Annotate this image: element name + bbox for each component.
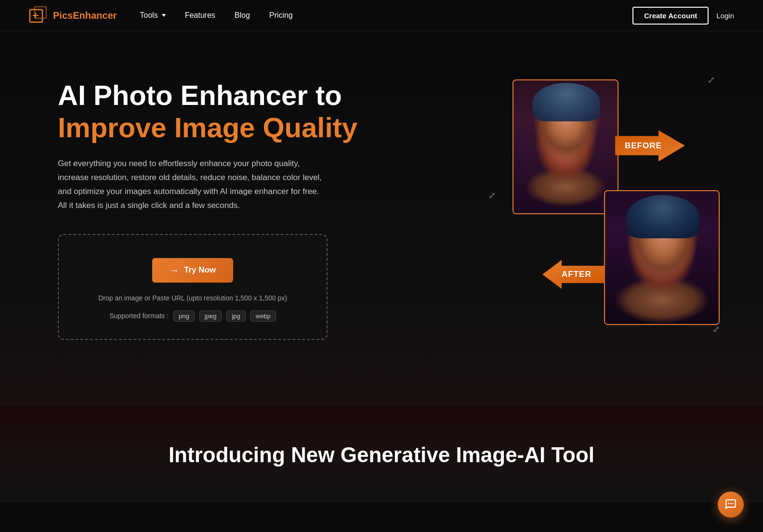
after-arrow-icon: AFTER: [542, 260, 605, 289]
formats-label: Supported formats :: [109, 312, 169, 320]
expand-icon-left-mid: ⤢: [488, 190, 496, 201]
after-image: [605, 191, 719, 324]
nav-features-label: Features: [185, 11, 215, 19]
drop-text: Drop an image or Paste URL (upto resolut…: [78, 294, 307, 302]
nav-blog-link[interactable]: Blog: [235, 11, 250, 19]
tools-chevron-icon: [162, 14, 166, 17]
logo-text: PicsEnhancer: [53, 10, 117, 21]
before-after-visual: ⤢ ⤢ ⤢ BEFORE: [503, 79, 724, 330]
nav-pricing-label: Pricing: [269, 11, 293, 19]
bottom-section: Introducing New Generative Image-AI Tool: [0, 407, 763, 503]
format-jpg: jpg: [226, 311, 245, 322]
logo-text-normal: Pics: [53, 10, 73, 21]
svg-text:AFTER: AFTER: [562, 270, 592, 279]
formats-line: Supported formats : png jpeg jpg webp: [78, 311, 307, 322]
hero-subtitle: Get everything you need to effortlessly …: [58, 157, 328, 213]
hero-section: AI Photo Enhancer to Improve Image Quali…: [0, 31, 763, 407]
logo-text-accent: Enhancer: [73, 10, 117, 21]
format-webp: webp: [250, 311, 276, 322]
hero-title: AI Photo Enhancer to Improve Image Quali…: [58, 79, 357, 143]
hero-content: AI Photo Enhancer to Improve Image Quali…: [58, 70, 357, 340]
before-image: [513, 80, 618, 213]
hero-title-orange: Improve Image Quality: [58, 112, 357, 143]
before-image-card: BEFORE: [513, 79, 618, 214]
navbar: PicsEnhancer Tools Features Blog Pricing…: [0, 0, 763, 31]
nav-tools-link[interactable]: Tools: [140, 11, 165, 20]
hero-title-line1: AI Photo Enhancer to: [58, 79, 342, 111]
expand-icon-bottom-right: ⤢: [712, 324, 720, 335]
expand-icon-top-right: ⤢: [708, 75, 715, 85]
arrow-right-icon: →: [170, 265, 179, 276]
nav-links: Tools Features Blog Pricing: [140, 11, 292, 20]
svg-text:BEFORE: BEFORE: [625, 141, 662, 150]
after-image-card: AFTER: [604, 190, 720, 325]
before-arrow-icon: BEFORE: [615, 130, 685, 162]
logo[interactable]: PicsEnhancer: [29, 6, 117, 25]
navbar-right: Create Account Login: [632, 7, 734, 25]
nav-blog-label: Blog: [235, 11, 250, 19]
hero-title-line2-normal: Improve Image: [58, 112, 255, 143]
navbar-left: PicsEnhancer Tools Features Blog Pricing: [29, 6, 293, 25]
chat-button[interactable]: [718, 492, 744, 518]
after-arrow-container: AFTER: [542, 260, 605, 291]
logo-icon: [29, 6, 48, 25]
try-now-label: Try Now: [184, 265, 216, 275]
login-button[interactable]: Login: [716, 12, 734, 20]
chat-icon: [724, 498, 737, 511]
format-png: png: [173, 311, 195, 322]
upload-box[interactable]: → Try Now Drop an image or Paste URL (up…: [58, 234, 328, 340]
hero-title-line2-accent: Quality: [263, 112, 358, 143]
nav-tools-label: Tools: [140, 11, 158, 20]
before-arrow-container: BEFORE: [615, 130, 685, 164]
nav-features-link[interactable]: Features: [185, 11, 215, 19]
bottom-title: Introducing New Generative Image-AI Tool: [169, 443, 594, 467]
format-jpeg: jpeg: [199, 311, 222, 322]
svg-rect-1: [35, 7, 46, 18]
try-now-button[interactable]: → Try Now: [152, 258, 233, 283]
nav-pricing-link[interactable]: Pricing: [269, 11, 293, 19]
create-account-button[interactable]: Create Account: [632, 7, 709, 25]
